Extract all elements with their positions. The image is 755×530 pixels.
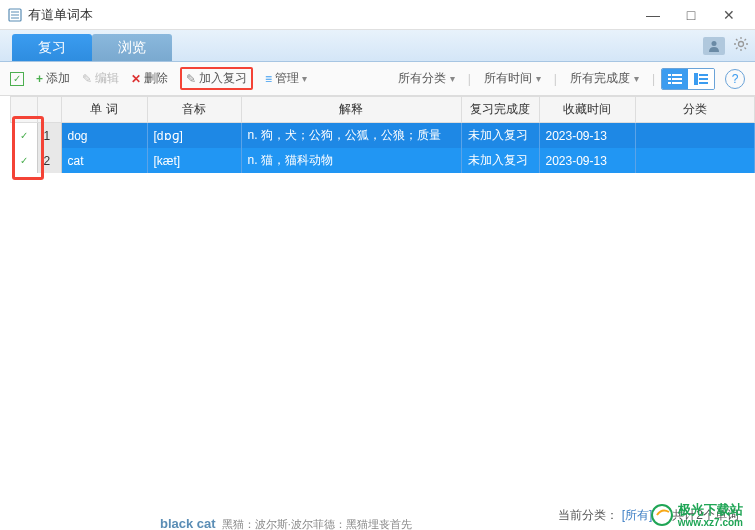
svg-point-5 [739,42,744,47]
filter-category[interactable]: 所有分类▾ [391,67,462,90]
svg-rect-23 [699,82,708,84]
edit-label: 编辑 [95,70,119,87]
close-button[interactable]: ✕ [719,5,739,25]
manage-button[interactable]: ≡管理▾ [265,70,307,87]
gear-icon[interactable] [733,36,749,55]
svg-line-11 [745,48,747,50]
pen-icon: ✎ [186,72,196,86]
filter-time[interactable]: 所有时间▾ [477,67,548,90]
table-area: 单 词 音标 解释 复习完成度 收藏时间 分类 ✓ 1 dog [dɒɡ] n.… [0,96,755,510]
view-list-button[interactable] [662,69,688,89]
bottom-text: black cat 黑猫：波尔斯·波尔菲德：黑猫埋丧首先 [160,516,412,530]
window-title: 有道单词本 [28,6,643,24]
col-phonetic[interactable]: 音标 [147,97,241,123]
tab-review-label: 复习 [38,39,66,57]
pencil-icon: ✎ [82,72,92,86]
col-collect-time[interactable]: 收藏时间 [539,97,635,123]
filter-completion-label: 所有完成度 [570,70,630,87]
cell-review-status: 未加入复习 [461,148,539,173]
table-row[interactable]: ✓ 1 dog [dɒɡ] n. 狗，犬；公狗，公狐，公狼；质量 未加入复习 2… [11,123,755,149]
svg-rect-19 [672,82,682,84]
filter-completion[interactable]: 所有完成度▾ [563,67,646,90]
word-table: 单 词 音标 解释 复习完成度 收藏时间 分类 ✓ 1 dog [dɒɡ] n.… [10,96,755,173]
chevron-down-icon: ▾ [450,73,455,84]
table-row[interactable]: ✓ 2 cat [kæt] n. 猫，猫科动物 未加入复习 2023-09-13 [11,148,755,173]
row-number: 2 [37,148,61,173]
chevron-down-icon: ▾ [302,73,307,84]
separator: | [652,72,655,86]
bottom-word: black cat [160,516,216,530]
cell-category [635,123,755,149]
view-card-button[interactable] [688,69,714,89]
col-word[interactable]: 单 词 [61,97,147,123]
cell-collect-time: 2023-09-13 [539,148,635,173]
titlebar: 有道单词本 — □ ✕ [0,0,755,30]
filter-category-label: 所有分类 [398,70,446,87]
status-category: 当前分类： [所有] [558,507,652,524]
svg-line-13 [745,39,747,41]
add-review-label: 加入复习 [199,70,247,87]
add-review-button[interactable]: ✎加入复习 [186,70,247,87]
svg-rect-22 [699,78,708,80]
cell-definition: n. 狗，犬；公狗，公狐，公狼；质量 [241,123,461,149]
status-count: 共计2个单词 [672,507,739,524]
row-checkbox[interactable]: ✓ [17,129,31,143]
view-toggle [661,68,715,90]
row-checkbox-cell: ✓ [11,148,38,173]
add-review-highlight: ✎加入复习 [180,67,253,90]
chevron-down-icon: ▾ [536,73,541,84]
edit-button[interactable]: ✎编辑 [82,70,119,87]
cell-category [635,148,755,173]
row-checkbox-cell: ✓ [11,123,38,149]
delete-button[interactable]: ✕删除 [131,70,168,87]
separator: | [554,72,557,86]
lines-icon: ≡ [265,72,272,86]
svg-point-4 [712,41,717,46]
col-check [11,97,38,123]
svg-line-12 [736,48,738,50]
plus-icon: + [36,72,43,86]
svg-rect-15 [672,74,682,76]
chevron-down-icon: ▾ [634,73,639,84]
window-controls: — □ ✕ [643,5,739,25]
status-category-value: [所有] [622,508,653,522]
col-category[interactable]: 分类 [635,97,755,123]
tab-review[interactable]: 复习 [12,34,92,61]
cell-word: dog [61,123,147,149]
svg-rect-16 [668,78,671,80]
col-review-status[interactable]: 复习完成度 [461,97,539,123]
col-definition[interactable]: 解释 [241,97,461,123]
select-all-checkbox[interactable]: ✓ [10,72,24,86]
tabbar: 复习 浏览 [0,30,755,62]
separator: | [468,72,471,86]
bottom-extra: 黑猫：波尔斯·波尔菲德：黑猫埋丧首先 [222,517,412,530]
delete-label: 删除 [144,70,168,87]
row-checkbox[interactable]: ✓ [17,154,31,168]
user-icon[interactable] [703,37,725,55]
svg-rect-20 [694,73,698,85]
col-number [37,97,61,123]
cell-review-status: 未加入复习 [461,123,539,149]
svg-rect-17 [672,78,682,80]
cell-phonetic: [dɒɡ] [147,123,241,149]
svg-line-10 [736,39,738,41]
help-button[interactable]: ? [725,69,745,89]
svg-rect-14 [668,74,671,76]
add-label: 添加 [46,70,70,87]
svg-rect-21 [699,74,708,76]
filter-time-label: 所有时间 [484,70,532,87]
maximize-button[interactable]: □ [681,5,701,25]
minimize-button[interactable]: — [643,5,663,25]
cell-definition: n. 猫，猫科动物 [241,148,461,173]
cell-word: cat [61,148,147,173]
table-header-row: 单 词 音标 解释 复习完成度 收藏时间 分类 [11,97,755,123]
x-icon: ✕ [131,72,141,86]
cell-phonetic: [kæt] [147,148,241,173]
tab-browse-label: 浏览 [118,39,146,57]
app-icon [8,8,22,22]
tab-browse[interactable]: 浏览 [92,34,172,61]
row-number: 1 [37,123,61,149]
statusbar: 当前分类： [所有] 共计2个单词 [558,507,739,524]
status-category-label: 当前分类： [558,508,618,522]
add-button[interactable]: +添加 [36,70,70,87]
